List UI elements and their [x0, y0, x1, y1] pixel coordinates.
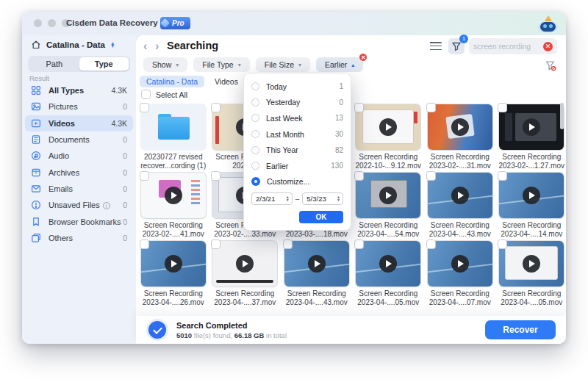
radio-selected-icon[interactable] — [251, 177, 260, 186]
file-tile[interactable]: Screen Recording2023-04-....14.mov — [496, 173, 567, 241]
play-icon — [165, 187, 182, 204]
file-checkbox[interactable] — [498, 171, 507, 181]
file-tile[interactable]: Screen Recording2023-04-....37.mov — [209, 241, 282, 309]
file-checkbox[interactable] — [426, 239, 436, 249]
option-last-week[interactable]: Last Week13 — [251, 110, 343, 126]
close-window-button[interactable] — [34, 19, 42, 27]
info-icon[interactable]: i — [103, 202, 110, 209]
date-from-field[interactable]: ▲▼ — [251, 192, 293, 205]
file-tile[interactable]: 20230727 revisedrecover...cording (1) — [137, 104, 209, 173]
file-tile[interactable]: Screen Recording2022-10-...9.12.mov — [353, 104, 425, 173]
sidebar-item-audio[interactable]: Audio 0 — [25, 148, 133, 164]
sidebar-item-pictures[interactable]: Pictures 0 — [25, 98, 133, 115]
forward-button[interactable]: › — [155, 40, 159, 53]
file-tile[interactable]: Screen Recording2023-02-....31.mov — [424, 104, 496, 173]
clear-filter-icon[interactable] — [545, 60, 556, 71]
radio-icon[interactable] — [251, 146, 259, 154]
play-icon — [523, 255, 540, 273]
file-checkbox[interactable] — [498, 103, 507, 112]
option-last-month[interactable]: Last Month30 — [251, 126, 343, 143]
file-checkbox[interactable] — [283, 239, 293, 249]
sidebar-item-browser-bookmarks[interactable]: Browser Bookmarks 0 — [25, 213, 133, 229]
screenshot: Cisdem Data Recovery Pro Catalina - Data… — [0, 0, 588, 382]
clear-search-icon[interactable]: ✕ — [543, 42, 553, 51]
select-all-checkbox[interactable] — [141, 90, 151, 99]
option-earlier[interactable]: Earlier130 — [251, 158, 343, 174]
file-tile[interactable]: Screen Recording2023-04-....05.mov — [496, 241, 567, 309]
tab-type[interactable]: Type — [79, 57, 129, 71]
drive-selector[interactable]: Catalina - Data ▲▼ — [31, 40, 115, 50]
file-checkbox[interactable] — [426, 103, 436, 112]
others-icon — [31, 232, 42, 243]
file-name: Screen Recording — [353, 289, 425, 298]
list-view-icon[interactable] — [430, 42, 442, 51]
file-checkbox[interactable] — [140, 239, 149, 249]
sidebar-item-emails[interactable]: Emails 0 — [25, 181, 133, 197]
filter-file-type[interactable]: File Type▾ — [193, 57, 249, 72]
radio-icon[interactable] — [251, 114, 259, 122]
file-tile[interactable]: Screen Recording2023-04-....05.mov — [353, 241, 425, 309]
file-checkbox[interactable] — [211, 239, 220, 249]
sidebar-item-others[interactable]: Others 0 — [25, 230, 133, 246]
search-input[interactable] — [473, 42, 543, 51]
date-to-input[interactable] — [306, 195, 337, 203]
play-icon — [379, 118, 397, 136]
file-checkbox[interactable] — [426, 171, 436, 181]
file-tile[interactable]: Screen Recording2023-02-...1.27.mov — [496, 104, 567, 173]
sidebar-item-all-types[interactable]: All Types 4.3K — [25, 82, 133, 98]
stepper-icon[interactable]: ▲▼ — [286, 196, 290, 201]
file-checkbox[interactable] — [211, 103, 220, 112]
date-to-field[interactable]: ▲▼ — [302, 192, 343, 205]
radio-icon[interactable] — [251, 82, 259, 90]
file-checkbox[interactable] — [140, 103, 149, 112]
scrollbar-thumb[interactable] — [560, 103, 564, 129]
minimize-window-button[interactable] — [48, 19, 56, 27]
filter-earlier[interactable]: Earlier▴ ✕ — [316, 57, 363, 72]
option-customize[interactable]: Customize... — [251, 174, 343, 190]
file-checkbox[interactable] — [140, 171, 149, 181]
option-this-year[interactable]: This Year82 — [251, 142, 343, 158]
back-button[interactable]: ‹ — [143, 40, 147, 53]
file-grid: 20230727 revisedrecover...cording (1) Sc… — [137, 104, 566, 309]
tab-path[interactable]: Path — [29, 57, 79, 71]
date-from-input[interactable] — [256, 195, 286, 203]
search-box[interactable]: ✕ — [469, 38, 557, 54]
select-all[interactable]: Select All — [141, 90, 187, 99]
breadcrumb-type[interactable]: Videos — [215, 77, 238, 86]
option-yesterday[interactable]: Yesterday0 — [251, 95, 343, 111]
video-thumbnail — [428, 104, 492, 150]
chevron-down-icon: ▾ — [298, 62, 301, 68]
filter-file-size[interactable]: File Size▾ — [256, 57, 310, 72]
radio-icon[interactable] — [251, 130, 259, 138]
picture-icon — [31, 101, 42, 112]
file-tile[interactable]: Screen Recording2023-04-....43.mov — [281, 241, 353, 309]
file-checkbox[interactable] — [354, 171, 364, 181]
file-name: Screen Recording — [137, 289, 209, 298]
sidebar-item-documents[interactable]: Documents 0 — [25, 131, 133, 148]
ok-button[interactable]: OK — [299, 211, 343, 223]
file-tile[interactable]: Screen Recording2023-04-....07.mov — [424, 241, 496, 309]
account-avatar[interactable] — [538, 15, 558, 33]
file-tile[interactable]: Screen Recording2023-04-....43.mov — [424, 173, 496, 241]
breadcrumb-source[interactable]: Catalina - Data — [140, 76, 204, 87]
stepper-icon[interactable]: ▲▼ — [337, 196, 340, 201]
path-type-tabs: Path Type — [28, 56, 130, 72]
option-today[interactable]: Today1 — [251, 79, 343, 95]
recover-button[interactable]: Recover — [485, 320, 556, 339]
radio-icon[interactable] — [251, 98, 259, 107]
file-checkbox[interactable] — [498, 239, 507, 249]
filter-show[interactable]: Show▾ — [143, 57, 187, 72]
radio-icon[interactable] — [251, 162, 259, 170]
file-tile[interactable]: Screen Recording2023-04-....54.mov — [353, 173, 425, 241]
sidebar-item-videos[interactable]: Videos 4.3K — [25, 115, 133, 131]
file-checkbox[interactable] — [211, 171, 220, 181]
file-tile[interactable]: Screen Recording2023-02-....41.mov — [137, 173, 209, 241]
pro-badge[interactable]: Pro — [160, 17, 190, 29]
file-checkbox[interactable] — [354, 103, 364, 112]
filter-error-badge[interactable]: ✕ — [359, 53, 368, 62]
sidebar-item-archives[interactable]: Archives 0 — [25, 164, 133, 180]
sidebar-item-unsaved-files[interactable]: Unsaved Filesi 0 — [25, 197, 133, 213]
file-tile[interactable]: Screen Recording2023-04-....26.mov — [137, 241, 209, 309]
file-checkbox[interactable] — [354, 239, 364, 249]
filter-toggle-button[interactable]: 1 — [448, 38, 465, 54]
